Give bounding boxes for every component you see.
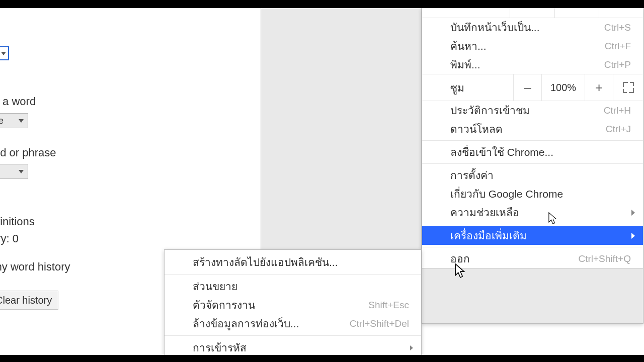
menu-item-label: ตัวจัดการงาน (193, 297, 255, 313)
menu-item-label: บันทึกหน้าเว็บเป็น... (450, 19, 540, 36)
clear-history-label: Clear history (0, 295, 52, 306)
submenu-clear-browsing-data[interactable]: ล้างข้อมูลการท่องเว็บ... Ctrl+Shift+Del (165, 314, 421, 333)
menu-downloads[interactable]: ดาวน์โหลด Ctrl+J (422, 120, 643, 138)
menu-separator (165, 335, 421, 336)
menu-item-label: การเข้ารหัส (193, 339, 247, 356)
submenu-encoding[interactable]: การเข้ารหัส (165, 338, 421, 357)
menu-item-label: การตั้งค่า (450, 167, 494, 184)
menu-item-label: เกี่ยวกับ Google Chrome (450, 186, 563, 202)
chevron-down-icon (19, 119, 24, 123)
menu-shortcut: Ctrl+Shift+Del (350, 318, 409, 329)
menu-item-label: ส่วนขยาย (193, 278, 237, 295)
menu-item-label: ความช่วยเหลือ (450, 204, 519, 221)
menu-shortcut: Ctrl+Shift+Q (578, 253, 631, 264)
menu-shortcut: Ctrl+S (604, 22, 631, 33)
menu-item-label: สร้างทางลัดไปยังแอปพลิเคชัน... (193, 254, 338, 270)
menu-shortcut: Ctrl+P (604, 59, 631, 70)
menu-item-label: ล้างข้อมูลการท่องเว็บ... (193, 315, 299, 332)
menu-footer-blank (422, 268, 643, 323)
menu-item-label: พิมพ์... (450, 56, 480, 73)
menu-save-as[interactable]: บันทึกหน้าเว็บเป็น... Ctrl+S (422, 18, 643, 37)
menu-exit[interactable]: ออก Ctrl+Shift+Q (422, 249, 643, 268)
more-tools-submenu: สร้างทางลัดไปยังแอปพลิเคชัน... ส่วนขยาย … (164, 249, 422, 361)
letterbox-bottom (0, 355, 644, 362)
menu-signin[interactable]: ลงชื่อเข้าใช้ Chrome... (422, 143, 643, 161)
select-word-select[interactable]: l (0, 164, 28, 179)
menu-shortcut: Ctrl+J (606, 124, 631, 135)
menu-item-label: เครื่องมือเพิ่มเติม (450, 227, 527, 244)
menu-about[interactable]: เกี่ยวกับ Google Chrome (422, 185, 643, 203)
menu-top-row (422, 8, 643, 18)
menu-settings[interactable]: การตั้งค่า (422, 166, 643, 185)
fullscreen-button[interactable] (613, 74, 643, 101)
fullscreen-icon (623, 82, 634, 93)
double-click-label: en I double-click a word (0, 95, 36, 108)
definitions-line2: s stored in history: 0 (0, 232, 19, 245)
menu-item-label: ค้นหา... (450, 38, 487, 54)
menu-help[interactable]: ความช่วยเหลือ (422, 203, 643, 222)
menu-item-label: ประวัติการเข้าชม (450, 102, 530, 119)
zoom-out-button[interactable]: – (513, 74, 541, 101)
definitions-line1: up, including definitions (0, 215, 35, 228)
submenu-extensions[interactable]: ส่วนขยาย (165, 277, 421, 296)
chevron-down-icon (1, 52, 6, 55)
top-cell[interactable] (554, 8, 599, 18)
letterbox-top (0, 0, 644, 8)
top-cell[interactable] (599, 8, 643, 18)
menu-separator (422, 224, 643, 224)
small-dropdown[interactable] (0, 46, 9, 60)
menu-zoom-row: ซูม – 100% + (422, 74, 643, 101)
menu-print[interactable]: พิมพ์... Ctrl+P (422, 55, 643, 74)
select-value: ne (0, 116, 4, 126)
menu-item-label: ดาวน์โหลด (450, 121, 503, 137)
zoom-in-button[interactable]: + (585, 74, 613, 101)
menu-separator (422, 247, 643, 247)
menu-find[interactable]: ค้นหา... Ctrl+F (422, 37, 643, 55)
menu-history[interactable]: ประวัติการเข้าชม Ctrl+H (422, 101, 643, 120)
select-word-label: en I select a word or phrase (0, 146, 56, 159)
menu-separator (422, 163, 643, 164)
zoom-percent: 100% (541, 74, 585, 101)
chevron-down-icon (19, 170, 24, 173)
menu-shortcut: Ctrl+H (604, 105, 631, 116)
history-permission-text: ons to retrieve my word history (0, 260, 70, 274)
menu-shortcut: Ctrl+F (605, 41, 631, 52)
menu-item-label: ออก (450, 250, 470, 267)
menu-shortcut: Shift+Esc (368, 300, 409, 311)
clear-history-button[interactable]: Clear history (0, 291, 58, 310)
menu-more-tools[interactable]: เครื่องมือเพิ่มเติม (422, 226, 643, 245)
top-cell[interactable] (510, 8, 554, 18)
submenu-create-shortcut[interactable]: สร้างทางลัดไปยังแอปพลิเคชัน... (165, 253, 421, 272)
menu-item-label: ลงชื่อเข้าใช้ Chrome... (450, 144, 553, 160)
menu-separator (165, 274, 421, 275)
definitions-text: up, including definitions s stored in hi… (0, 213, 35, 247)
submenu-task-manager[interactable]: ตัวจัดการงาน Shift+Esc (165, 296, 421, 314)
menu-separator (422, 140, 643, 141)
double-click-select[interactable]: ne (0, 113, 28, 128)
zoom-label: ซูม (422, 74, 513, 101)
top-cell[interactable] (422, 8, 510, 18)
chrome-main-menu: บันทึกหน้าเว็บเป็น... Ctrl+S ค้นหา... Ct… (422, 8, 643, 324)
